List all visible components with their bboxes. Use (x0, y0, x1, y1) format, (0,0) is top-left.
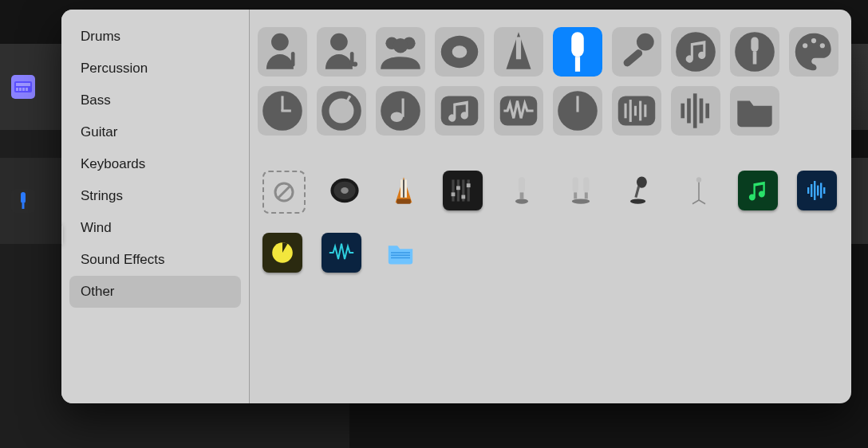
svg-point-21 (637, 33, 654, 51)
palette-icon[interactable] (789, 27, 838, 77)
dial-icon[interactable] (317, 86, 366, 136)
svg-rect-85 (814, 181, 815, 200)
svg-rect-18 (516, 37, 521, 59)
sidebar-label: Other (81, 284, 115, 300)
svg-rect-68 (461, 195, 465, 199)
svg-rect-62 (452, 179, 454, 201)
svg-rect-6 (21, 192, 26, 203)
music-note-circle-icon[interactable] (671, 27, 720, 77)
sidebar-item-drums[interactable]: Drums (69, 21, 241, 53)
sidebar-label: Drums (81, 29, 120, 45)
svg-rect-88 (823, 187, 825, 194)
sidebar-item-other[interactable]: Other (69, 276, 241, 308)
sidebar-item-keyboards[interactable]: Keyboards (69, 148, 241, 180)
person-mic-alt-icon[interactable] (317, 27, 366, 77)
svg-rect-48 (644, 104, 646, 117)
svg-rect-45 (629, 100, 632, 122)
svg-point-28 (811, 38, 816, 43)
svg-rect-83 (807, 187, 809, 194)
sidebar-label: Sound Effects (81, 252, 165, 268)
icon-grid (250, 10, 851, 403)
svg-rect-2 (16, 88, 18, 91)
sidebar-item-guitar[interactable]: Guitar (69, 116, 241, 148)
sidebar-label: Keyboards (81, 156, 145, 172)
mic-track-icon (11, 189, 35, 213)
svg-point-81 (696, 177, 701, 182)
audio-bars-icon[interactable] (671, 86, 720, 136)
waveform-blue-tile[interactable] (797, 171, 837, 210)
metronome-tile[interactable] (384, 171, 424, 210)
music-square-icon[interactable] (435, 86, 484, 136)
svg-rect-32 (281, 109, 290, 112)
svg-rect-1 (16, 83, 30, 86)
waveform-square-alt-icon[interactable] (612, 86, 661, 136)
music-green-tile[interactable] (738, 171, 778, 210)
sidebar-label: Strings (81, 188, 123, 204)
desk-mic-tile[interactable] (620, 171, 660, 210)
svg-rect-31 (281, 96, 283, 111)
svg-rect-82 (698, 183, 700, 200)
svg-point-77 (572, 198, 590, 203)
svg-line-55 (278, 186, 290, 198)
stereo-mic-tile[interactable] (561, 171, 601, 210)
none-tile[interactable] (262, 171, 306, 214)
person-mic-icon[interactable] (258, 27, 307, 77)
svg-rect-75 (574, 192, 577, 198)
svg-rect-90 (391, 252, 410, 253)
svg-rect-92 (391, 257, 410, 259)
folder-icon[interactable] (730, 86, 779, 136)
svg-rect-4 (22, 88, 25, 91)
svg-point-17 (452, 45, 468, 58)
svg-rect-51 (693, 93, 697, 128)
sidebar-item-bass[interactable]: Bass (69, 84, 241, 116)
handheld-mic-icon[interactable] (612, 27, 661, 77)
svg-point-36 (381, 91, 420, 131)
sidebar-item-percussion[interactable]: Percussion (69, 53, 241, 84)
svg-rect-86 (817, 186, 819, 196)
svg-rect-66 (452, 192, 456, 196)
svg-point-27 (803, 43, 807, 48)
svg-point-58 (341, 187, 349, 194)
condenser-mic-tile[interactable] (502, 171, 542, 210)
sidebar-item-strings[interactable]: Strings (69, 180, 241, 212)
svg-rect-67 (456, 186, 460, 190)
folder-blue-tile[interactable] (381, 233, 420, 273)
svg-point-23 (676, 32, 716, 72)
clock-alt-icon[interactable] (553, 86, 602, 136)
category-sidebar: Drums Percussion Bass Guitar Keyboards S… (61, 10, 250, 403)
svg-point-72 (515, 198, 528, 203)
plug-circle-icon[interactable] (730, 27, 779, 77)
sidebar-item-sound-effects[interactable]: Sound Effects (69, 244, 241, 276)
svg-rect-3 (19, 88, 22, 91)
waveform-square-icon[interactable] (494, 86, 543, 136)
svg-rect-52 (700, 99, 704, 124)
svg-point-10 (330, 33, 348, 51)
note-circle-icon[interactable] (376, 86, 425, 136)
group-icon[interactable] (376, 27, 425, 77)
mic-capsule-icon[interactable] (553, 27, 602, 77)
svg-rect-50 (687, 99, 691, 124)
svg-rect-7 (22, 203, 25, 209)
mixer-tile[interactable] (443, 171, 483, 210)
speaker-tile[interactable] (325, 171, 365, 210)
sidebar-label: Percussion (81, 61, 148, 77)
speaker-cone-icon[interactable] (435, 27, 484, 77)
svg-rect-53 (705, 104, 709, 119)
mic-stand-tile[interactable] (679, 171, 719, 210)
svg-point-12 (353, 61, 357, 66)
svg-rect-19 (571, 32, 584, 57)
clock-icon[interactable] (258, 86, 307, 136)
sidebar-item-wind[interactable]: Wind (69, 212, 241, 244)
metronome-icon[interactable] (494, 27, 543, 77)
svg-rect-74 (583, 177, 589, 192)
svg-rect-5 (26, 88, 28, 91)
svg-rect-79 (634, 186, 640, 198)
waveform-teal-tile[interactable] (322, 233, 361, 273)
svg-rect-91 (391, 254, 410, 256)
svg-rect-46 (634, 106, 637, 116)
svg-point-15 (393, 38, 408, 53)
clock-yellow-tile[interactable] (262, 233, 302, 273)
popover-arrow (61, 225, 63, 246)
svg-point-29 (820, 43, 825, 48)
svg-rect-76 (585, 192, 588, 198)
